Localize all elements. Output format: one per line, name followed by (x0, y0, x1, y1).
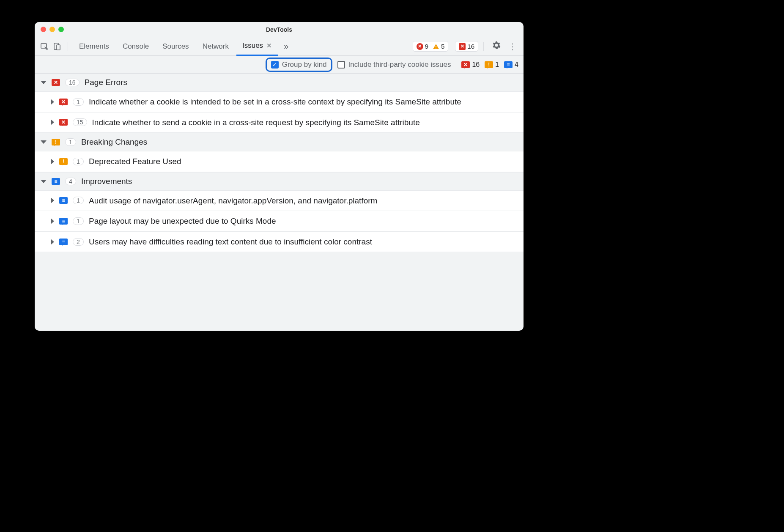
issue-title: Audit usage of navigator.userAgent, navi… (89, 195, 518, 207)
inspect-element-icon[interactable] (39, 41, 50, 52)
main-tabstrip: Elements Console Sources Network Issues … (35, 37, 524, 56)
issue-row[interactable]: ! 1 Deprecated Feature Used (35, 151, 524, 172)
tab-console[interactable]: Console (117, 37, 155, 56)
checkbox-icon: ✓ (271, 61, 279, 69)
issues-filterbar: ✓ Group by kind Include third-party cook… (35, 56, 524, 74)
error-icon: ✕ (417, 43, 423, 50)
group-header-improvements[interactable]: ≡ 4 Improvements (35, 172, 524, 191)
group-title: Page Errors (85, 78, 127, 87)
more-tabs-icon[interactable]: » (280, 41, 293, 51)
issue-count: 2 (73, 238, 84, 246)
warning-speech-icon: ! (52, 139, 60, 145)
checkbox-icon (337, 61, 345, 69)
info-speech-icon: ≡ (59, 218, 68, 225)
error-speech-icon: ✕ (59, 99, 68, 105)
info-speech-icon: ≡ (59, 239, 68, 245)
chevron-down-icon (41, 180, 47, 183)
block-icon: ✕ (459, 43, 466, 50)
chevron-down-icon (41, 81, 47, 84)
maximize-window-button[interactable] (58, 27, 64, 32)
device-toolbar-icon[interactable] (52, 41, 63, 52)
chevron-right-icon (51, 218, 54, 224)
chevron-right-icon (51, 197, 54, 203)
group-header-page-errors[interactable]: ✕ 16 Page Errors (35, 74, 524, 92)
svg-rect-4 (436, 48, 436, 49)
warning-speech-icon: ! (59, 158, 68, 165)
warning-count: 5 (441, 43, 444, 50)
console-counter[interactable]: ✕9 5 (413, 41, 449, 52)
tab-network[interactable]: Network (197, 37, 235, 56)
chevron-right-icon (51, 239, 54, 245)
issue-count: 1 (73, 158, 84, 165)
error-speech-icon: ✕ (52, 79, 60, 86)
block-count: 16 (467, 43, 474, 50)
window-title: DevTools (35, 26, 524, 33)
warning-speech-icon: ! (485, 61, 493, 68)
group-count: 1 (65, 138, 76, 146)
error-speech-icon: ✕ (461, 61, 470, 68)
minimize-window-button[interactable] (49, 27, 55, 32)
summary-warnings[interactable]: !1 (485, 61, 499, 69)
summary-errors[interactable]: ✕16 (461, 61, 480, 69)
kebab-menu-icon[interactable]: ⋮ (506, 41, 519, 52)
svg-rect-3 (436, 46, 436, 47)
issue-title: Indicate whether to send a cookie in a c… (92, 117, 518, 129)
group-count: 16 (65, 79, 79, 86)
third-party-cookies-checkbox[interactable]: Include third-party cookie issues (337, 60, 451, 69)
traffic-lights (35, 27, 64, 32)
divider (68, 42, 68, 51)
info-speech-icon: ≡ (504, 61, 513, 68)
settings-icon[interactable] (489, 41, 504, 52)
divider (483, 42, 484, 51)
chevron-down-icon (41, 140, 47, 144)
group-header-breaking-changes[interactable]: ! 1 Breaking Changes (35, 133, 524, 151)
issue-count: 1 (73, 197, 84, 204)
summary-info[interactable]: ≡4 (504, 61, 518, 69)
chevron-right-icon (51, 159, 54, 165)
third-party-cookies-label: Include third-party cookie issues (348, 60, 451, 69)
group-by-kind-label: Group by kind (282, 60, 327, 69)
titlebar: DevTools (35, 22, 524, 37)
group-title: Breaking Changes (81, 137, 147, 147)
group-title: Improvements (81, 177, 132, 186)
divider (456, 60, 456, 70)
issue-row[interactable]: ✕ 15 Indicate whether to send a cookie i… (35, 112, 524, 133)
issue-title: Deprecated Feature Used (89, 156, 518, 167)
issue-row[interactable]: ≡ 1 Page layout may be unexpected due to… (35, 211, 524, 232)
issues-counter[interactable]: ✕16 (455, 41, 478, 52)
chevron-right-icon (51, 119, 54, 125)
error-count: 9 (425, 43, 428, 50)
close-window-button[interactable] (41, 27, 46, 32)
issue-count: 1 (73, 217, 84, 225)
issue-row[interactable]: ✕ 1 Indicate whether a cookie is intende… (35, 92, 524, 112)
issue-title: Users may have difficulties reading text… (89, 236, 518, 248)
issue-row[interactable]: ≡ 2 Users may have difficulties reading … (35, 232, 524, 252)
info-speech-icon: ≡ (59, 197, 68, 204)
warning-icon (433, 43, 439, 50)
issue-title: Page layout may be unexpected due to Qui… (89, 215, 518, 227)
chevron-right-icon (51, 99, 54, 105)
error-speech-icon: ✕ (59, 119, 68, 126)
issue-title: Indicate whether a cookie is intended to… (89, 96, 518, 108)
issue-row[interactable]: ≡ 1 Audit usage of navigator.userAgent, … (35, 191, 524, 211)
tab-issues[interactable]: Issues ✕ (236, 37, 278, 56)
info-speech-icon: ≡ (52, 178, 60, 185)
devtools-window: DevTools Elements Console Sources Networ… (35, 22, 524, 331)
tab-elements[interactable]: Elements (73, 37, 115, 56)
tab-sources[interactable]: Sources (156, 37, 195, 56)
group-count: 4 (65, 178, 76, 185)
close-tab-icon[interactable]: ✕ (266, 42, 272, 49)
svg-rect-2 (57, 45, 60, 50)
group-by-kind-checkbox[interactable]: ✓ Group by kind (266, 58, 332, 72)
issue-count: 1 (73, 98, 84, 106)
issues-list: ✕ 16 Page Errors ✕ 1 Indicate whether a … (35, 74, 524, 252)
issue-count: 15 (73, 118, 87, 126)
